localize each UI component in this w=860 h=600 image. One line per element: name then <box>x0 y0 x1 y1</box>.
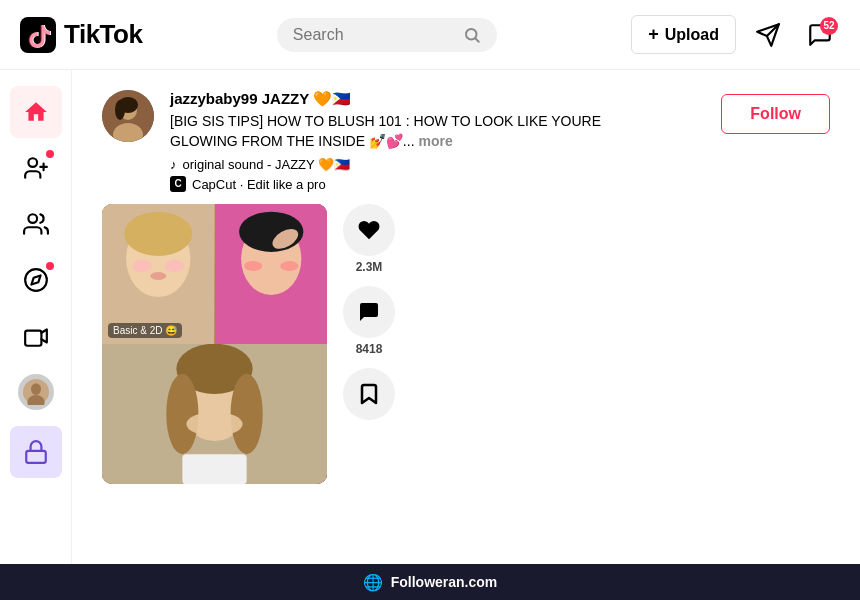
svg-point-8 <box>28 214 37 223</box>
post-header: jazzybaby99 JAZZY 🧡🇵🇭 [BIG SIS TIPS] HOW… <box>102 90 830 192</box>
add-friend-icon <box>23 155 49 181</box>
sidebar <box>0 70 72 564</box>
post-description: [BIG SIS TIPS] HOW TO BLUSH 101 : HOW TO… <box>170 112 670 151</box>
sidebar-item-friends[interactable] <box>10 198 62 250</box>
sidebar-item-explore[interactable] <box>10 254 62 306</box>
notification-badge: 52 <box>820 17 838 35</box>
svg-point-13 <box>30 383 40 395</box>
svg-point-38 <box>231 374 263 454</box>
profile-avatar <box>18 374 54 410</box>
heart-icon <box>357 218 381 242</box>
post-sound[interactable]: ♪ original sound - JAZZY 🧡🇵🇭 <box>170 157 705 172</box>
svg-rect-11 <box>25 331 41 346</box>
like-count: 2.3M <box>356 260 383 274</box>
svg-point-24 <box>132 260 152 272</box>
capcut-icon: C <box>170 176 186 192</box>
search-icon <box>463 26 481 44</box>
comment-button[interactable] <box>343 286 395 338</box>
svg-rect-15 <box>26 451 46 463</box>
sidebar-item-home[interactable] <box>10 86 62 138</box>
svg-point-20 <box>115 100 125 120</box>
svg-rect-40 <box>182 454 246 484</box>
footer-text: Followeran.com <box>391 574 498 590</box>
comment-icon <box>357 300 381 324</box>
action-buttons: 2.3M 8418 <box>343 204 395 484</box>
main-layout: jazzybaby99 JAZZY 🧡🇵🇭 [BIG SIS TIPS] HOW… <box>0 70 860 564</box>
logo-area: TikTok <box>20 17 142 53</box>
upload-button[interactable]: + Upload <box>631 15 736 54</box>
topbar: TikTok + Upload 52 <box>0 0 860 70</box>
svg-point-26 <box>150 272 166 280</box>
comment-count: 8418 <box>356 342 383 356</box>
messages-button[interactable] <box>748 15 788 55</box>
svg-point-5 <box>28 158 37 167</box>
topbar-actions: + Upload 52 <box>631 15 840 55</box>
upload-label: Upload <box>665 26 719 44</box>
more-link[interactable]: more <box>418 133 452 149</box>
svg-line-2 <box>475 38 478 41</box>
video-section: Basic & 2D 😅 <box>102 204 830 484</box>
footer: 🌐 Followeran.com <box>0 564 860 600</box>
svg-marker-10 <box>31 275 40 284</box>
home-icon <box>23 99 49 125</box>
post-author-avatar[interactable] <box>102 90 154 142</box>
bookmark-icon <box>357 382 381 406</box>
sidebar-item-lock[interactable] <box>10 426 62 478</box>
sidebar-item-profile[interactable] <box>10 366 62 418</box>
add-friend-dot <box>46 150 54 158</box>
like-button[interactable] <box>343 204 395 256</box>
lock-icon <box>23 439 49 465</box>
video-container[interactable]: Basic & 2D 😅 <box>102 204 327 484</box>
svg-point-31 <box>244 261 262 271</box>
friends-icon <box>23 211 49 237</box>
music-icon: ♪ <box>170 157 177 172</box>
svg-point-25 <box>164 260 184 272</box>
tiktok-logo-icon <box>20 17 56 53</box>
video-grid: Basic & 2D 😅 <box>102 204 327 484</box>
content-area: jazzybaby99 JAZZY 🧡🇵🇭 [BIG SIS TIPS] HOW… <box>72 70 860 564</box>
video-label: Basic & 2D 😅 <box>108 323 182 338</box>
plus-icon: + <box>648 24 659 45</box>
bookmark-button[interactable] <box>343 368 395 420</box>
video-icon <box>23 323 49 349</box>
post-info: jazzybaby99 JAZZY 🧡🇵🇭 [BIG SIS TIPS] HOW… <box>170 90 705 192</box>
sidebar-item-video[interactable] <box>10 310 62 362</box>
follow-button[interactable]: Follow <box>721 94 830 134</box>
notifications-button[interactable]: 52 <box>800 15 840 55</box>
search-bar[interactable] <box>277 18 497 52</box>
search-input[interactable] <box>293 26 455 44</box>
svg-point-23 <box>124 212 192 256</box>
globe-icon: 🌐 <box>363 573 383 592</box>
post-username[interactable]: jazzybaby99 JAZZY 🧡🇵🇭 <box>170 90 705 108</box>
svg-point-39 <box>186 412 242 436</box>
svg-point-32 <box>280 261 298 271</box>
post-capcut[interactable]: C CapCut · Edit like a pro <box>170 176 705 192</box>
svg-point-9 <box>25 269 47 291</box>
svg-point-37 <box>166 374 198 454</box>
video-thumb-3 <box>102 344 327 484</box>
sidebar-item-add-friend[interactable] <box>10 142 62 194</box>
video-thumb-2 <box>215 204 328 344</box>
app-logo-text: TikTok <box>64 19 142 50</box>
video-thumb-1: Basic & 2D 😅 <box>102 204 215 344</box>
explore-icon <box>23 267 49 293</box>
explore-dot <box>46 262 54 270</box>
send-icon <box>755 22 781 48</box>
